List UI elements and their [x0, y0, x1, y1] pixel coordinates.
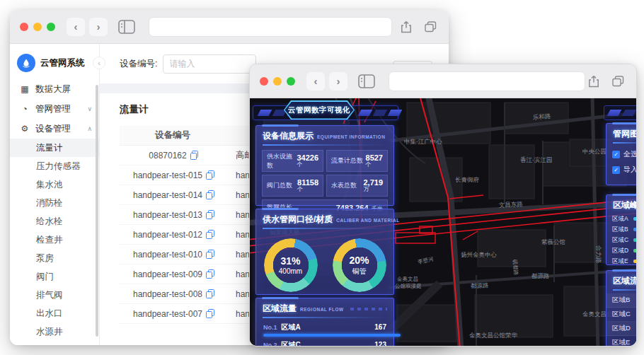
- gis-map-canvas[interactable]: 乐和路 中集·江广中心 香江·滨江园 中央公园 长青御府 文昌东路 扬州金奥中心…: [250, 98, 637, 347]
- regional-flow-panel: 区域流量 REGIONAL FLOW No.1 区域A 167 No.2 区域C…: [255, 298, 394, 347]
- layer-checkbox-row[interactable]: ✓ 全选: [606, 146, 637, 162]
- layer-checkbox-row[interactable]: ✓ 导入: [606, 162, 637, 178]
- sidebar-subitem-pressure-sensor[interactable]: 压力传感器: [10, 157, 99, 175]
- copy-icon[interactable]: [190, 152, 197, 159]
- dashboard-title: 云管网数字可视化: [288, 105, 350, 115]
- map-label: 紫薇公馆: [541, 238, 565, 245]
- copy-icon[interactable]: [206, 192, 212, 199]
- map-label: 金奥文昌: [397, 276, 418, 282]
- map-label: 金奥文昌公馆荣华: [469, 332, 518, 339]
- pipe-layers-panel: 管网图层 ✓ 全选 ✓ 导入: [606, 123, 637, 185]
- stat-water-facilities: 供水设施数 34226个: [262, 150, 323, 172]
- copy-icon[interactable]: [206, 251, 212, 258]
- sidebar-item-device-mgmt[interactable]: ⚙ 设备管理 ∧: [10, 119, 99, 139]
- sidebar-subitem-inspection-well[interactable]: 检查井: [10, 231, 99, 249]
- copy-icon[interactable]: [206, 310, 212, 318]
- checkbox-checked-icon[interactable]: ✓: [612, 151, 620, 158]
- regional-flow-list-panel: 区域流量 区域B 区域C 区域D 区域E: [606, 270, 637, 347]
- copy-icon[interactable]: [206, 291, 212, 298]
- flow-bar: [263, 334, 401, 337]
- zoom-window-button[interactable]: [47, 23, 55, 31]
- sidebar-subitem-pump-house[interactable]: 泵房: [10, 249, 99, 267]
- map-label: 中央公园: [582, 148, 606, 155]
- list-item: 区域B: [606, 293, 637, 308]
- chevron-up-icon: ∧: [87, 125, 92, 132]
- front-browser-window: ‹ ›: [249, 64, 637, 347]
- panel-subtitle: CALIBER AND MATERIAL: [336, 218, 399, 223]
- legend-swatch: [633, 228, 637, 231]
- regional-peak-panel: 区域峰值 区域A 区域B 区域C 区域D 区域E 0: [606, 194, 637, 265]
- panel-title: 区域流量: [263, 303, 297, 315]
- tab-overview-icon[interactable]: [422, 18, 439, 35]
- sidebar-subitem-exhaust-valve[interactable]: 排气阀: [10, 286, 99, 304]
- data-screen-icon: ▦: [20, 84, 30, 94]
- map-label: 长青御府: [455, 176, 480, 183]
- sidebar-subitem-outlet[interactable]: 出水口: [10, 304, 99, 322]
- tab-overview-icon[interactable]: [609, 73, 626, 90]
- list-item: 区域E: [606, 336, 637, 347]
- copy-icon[interactable]: [206, 271, 212, 278]
- forward-button[interactable]: ›: [89, 18, 108, 36]
- flow-rank-row: No.1 区域A 167: [256, 321, 393, 332]
- forward-button[interactable]: ›: [329, 72, 347, 91]
- desktop: ‹ › 云管网系统: [0, 0, 644, 355]
- app-logo: [17, 54, 35, 72]
- sidebar-subitem-water-supply[interactable]: 给水栓: [10, 212, 99, 231]
- legend-item[interactable]: 区域A: [606, 214, 637, 224]
- sidebar-item-pipe-mgmt[interactable]: ◔ 管网管理 ∨: [10, 99, 99, 119]
- copy-icon[interactable]: [206, 172, 212, 179]
- sidebar-scrollbar[interactable]: [96, 85, 98, 337]
- map-label: 香江·滨江园: [520, 156, 552, 163]
- panel-title: 区域流量: [613, 275, 637, 287]
- panel-subtitle: EQUIPMENT INFORMATION: [317, 134, 385, 139]
- url-bar[interactable]: [149, 17, 392, 37]
- panel-decoration: [350, 308, 387, 310]
- sidebar-item-data-screen[interactable]: ▦ 数据大屏: [10, 79, 99, 99]
- stat-water-meters: 水表总数 2,719万: [326, 175, 388, 197]
- back-button[interactable]: ‹: [67, 18, 85, 36]
- share-icon[interactable]: [398, 18, 415, 35]
- legend-item[interactable]: 区域C: [606, 235, 637, 245]
- sidebar-toggle-icon[interactable]: [356, 73, 377, 90]
- front-window-chrome: ‹ ›: [250, 64, 636, 98]
- panel-title: 供水管网口径/材质: [263, 214, 333, 226]
- close-window-button[interactable]: [20, 23, 28, 31]
- sidebar-subitem-valve[interactable]: 阀门: [10, 267, 99, 286]
- back-button[interactable]: ‹: [306, 72, 325, 91]
- legend-swatch: [633, 249, 637, 252]
- sidebar-subitem-flowmeter[interactable]: 流量计: [10, 139, 99, 157]
- url-bar[interactable]: [389, 71, 585, 91]
- caliber-donut-chart: 31%400mm: [264, 238, 318, 292]
- minimize-window-button[interactable]: [33, 23, 42, 31]
- device-id-input[interactable]: [163, 54, 256, 74]
- legend-item[interactable]: 区域E: [606, 256, 637, 267]
- map-label: 合力路: [595, 245, 602, 264]
- app-title: 云管网系统: [40, 57, 85, 69]
- minimize-window-button[interactable]: [273, 77, 282, 86]
- close-window-button[interactable]: [260, 77, 268, 86]
- share-icon[interactable]: [585, 73, 602, 90]
- pipe-mgmt-icon: ◔: [20, 104, 30, 114]
- map-label: 中集·江广中心: [404, 138, 442, 145]
- list-item: 区域C: [606, 308, 637, 322]
- map-label: 扬州金奥中心: [461, 251, 498, 258]
- copy-icon[interactable]: [206, 211, 212, 219]
- map-label: 公馆双溪庭: [395, 283, 422, 289]
- sidebar-subitem-source-well[interactable]: 水源井: [10, 322, 99, 341]
- checkbox-checked-icon[interactable]: ✓: [612, 166, 620, 174]
- device-id-label: 设备编号:: [120, 58, 157, 70]
- panel-title: 设备信息展示: [263, 130, 314, 142]
- copy-icon[interactable]: [206, 231, 212, 238]
- zoom-window-button[interactable]: [287, 77, 295, 86]
- map-label: 文昌东路: [499, 200, 523, 209]
- sidebar-collapse-button[interactable]: ‹: [93, 57, 105, 69]
- legend-swatch: [633, 217, 637, 221]
- sidebar-toggle-icon[interactable]: [116, 18, 137, 35]
- dashboard-title-badge: 云管网数字可视化: [284, 100, 355, 120]
- legend-item[interactable]: 区域B: [606, 224, 637, 235]
- chevron-down-icon: ∨: [87, 105, 92, 112]
- sidebar-subitem-hydrant[interactable]: 消防栓: [10, 194, 99, 212]
- list-item: 区域D: [606, 322, 637, 336]
- legend-item[interactable]: 区域D: [606, 245, 637, 256]
- sidebar-subitem-sump[interactable]: 集水池: [10, 175, 99, 194]
